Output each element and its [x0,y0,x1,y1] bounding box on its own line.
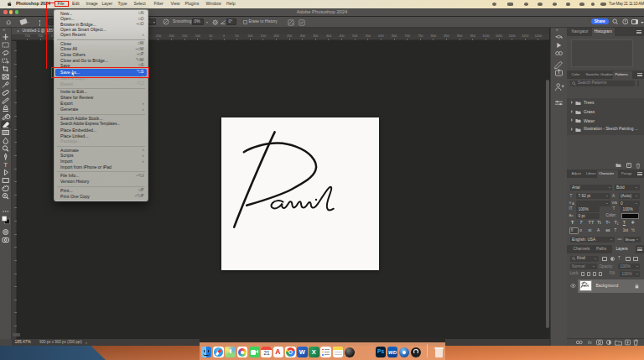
svg-text:T: T [3,161,8,169]
svg-text:fx: fx [588,340,593,345]
